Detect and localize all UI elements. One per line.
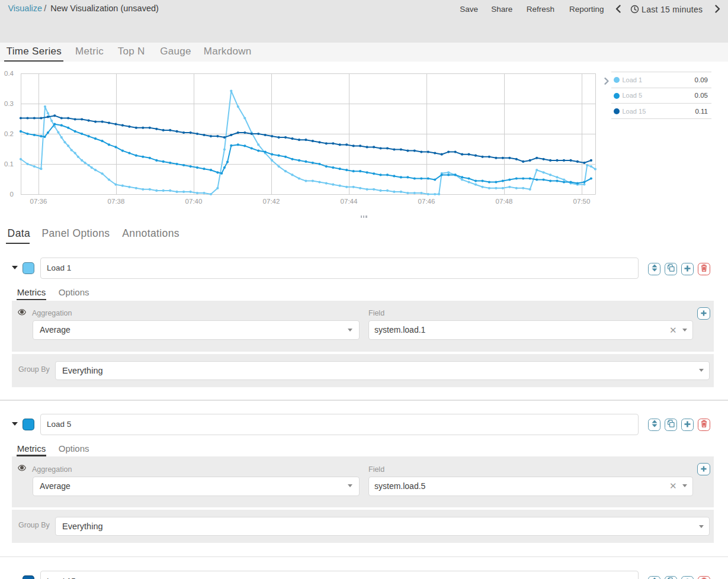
svg-text:07:38: 07:38 <box>108 198 125 205</box>
svg-text:07:42: 07:42 <box>263 198 280 205</box>
svg-text:0: 0 <box>10 191 14 198</box>
svg-text:0.4: 0.4 <box>4 70 14 77</box>
svg-text:07:46: 07:46 <box>418 198 435 205</box>
svg-text:0.2: 0.2 <box>4 130 14 137</box>
svg-text:07:40: 07:40 <box>185 198 203 205</box>
svg-text:07:48: 07:48 <box>496 198 513 205</box>
svg-text:07:36: 07:36 <box>30 198 47 205</box>
svg-text:0.3: 0.3 <box>4 100 14 107</box>
svg-text:07:44: 07:44 <box>341 198 358 205</box>
svg-text:07:50: 07:50 <box>573 198 591 205</box>
svg-text:0.1: 0.1 <box>4 160 14 168</box>
